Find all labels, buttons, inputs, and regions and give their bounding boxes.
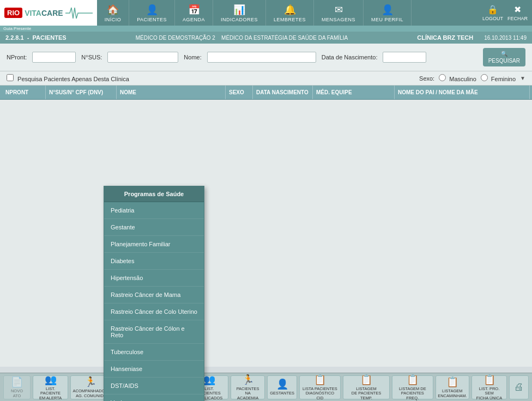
dropdown-item-hanseniase[interactable]: Hanseniase [104,361,204,378]
acompanhados-label: ACOMPANHADOSAG. COMUNID. [72,389,107,398]
programas-saude-dropdown[interactable]: Programas de Saúde Pediatria Gestante Pl… [104,186,204,401]
pesquisar-label: PESQUISAR [488,58,520,64]
dropdown-arrow-icon: ▼ [520,75,525,81]
dropdown-item-dst-aids[interactable]: DST/AIDS [104,378,204,394]
fechar-button[interactable]: ✖ FECHAR [507,4,528,21]
dropdown-item-gestante[interactable]: Gestante [104,219,204,236]
nav-meu-perfil-label: MEU PERFIL [371,17,403,22]
gestantes-icon: 👤 [276,378,288,390]
th-nsus: N°SUS/N° CPF (DNV) [46,86,117,99]
th-nome: Nome [117,86,226,99]
th-nasc: Data Nascimento [253,86,313,99]
filter-row: Pesquisa Pacientes Apenas Desta Clínica … [0,71,532,86]
pesquisar-icon: 🔍 [501,51,507,57]
mensagens-icon: ✉ [332,4,345,16]
acompanhados-icon: 🏃 [84,376,96,388]
search-row: NPront: N°SUS: Nome: Data de Nascimento:… [0,44,532,71]
listagem-pacientes-temp-button[interactable]: 📋 LISTAGEMDE PACIENTES TEMP. [343,375,390,399]
listagem-pacientes-freq-label: LISTAGEM DEPACIENTES FREQ. [395,387,430,400]
nav-right: 🔒 LOGOUT ✖ FECHAR [478,0,532,26]
nav-mensagens-label: MENSAGENS [322,17,355,22]
doctor-info: MÉDICO DE DEMOSTRAÇÃO 2 MÉDICO DA ESTRAT… [77,35,407,41]
guia-bar: Guia Presente [0,26,532,32]
dropdown-item-vacinas[interactable]: Vacinas [104,394,204,401]
listagem-encaminham-button[interactable]: 📋 LISTAGEMENCAMINHAM. [436,375,470,399]
nasc-label: Data de Nascimento: [322,54,378,60]
nav-mensagens[interactable]: ✉ MENSAGENS [314,0,364,26]
inicio-icon: 🏠 [106,4,119,16]
listagem-pacientes-temp-icon: 📋 [360,374,372,386]
logout-button[interactable]: 🔒 LOGOUT [482,4,503,21]
print-icon: 🖨 [514,381,524,393]
listagem-pacientes-freq-button[interactable]: 📋 LISTAGEM DEPACIENTES FREQ. [392,375,433,399]
listagem-pacientes-temp-label: LISTAGEMDE PACIENTES TEMP. [346,387,386,400]
nav-inicio[interactable]: 🏠 INÍCIO [97,0,130,26]
gestantes-button[interactable]: 👤 GESTANTES [267,375,297,399]
logo-area: RIO VITACARE [0,0,97,26]
list-pro-sem-button[interactable]: 📋 LIST. PRO. SEMFICHA ÚNICA [471,375,507,399]
list-paciente-alerta-button[interactable]: 👥 LIST. PACIENTEEM ALERTA [33,375,68,399]
logout-icon: 🔒 [487,4,498,15]
nsus-input[interactable] [107,52,178,63]
th-npront: NPront [2,86,46,99]
nav-meu-perfil[interactable]: 👤 MEU PERFIL [364,0,412,26]
top-navigation: RIO VITACARE 🏠 INÍCIO 👤 PACIENTES 📅 AGEN… [0,0,532,26]
th-med: Méd. Equipe [313,86,395,99]
meu-perfil-icon: 👤 [381,4,394,16]
list-pro-sem-label: LIST. PRO. SEMFICHA ÚNICA [475,387,504,400]
npront-input[interactable] [32,52,76,63]
listagem-pacientes-freq-icon: 📋 [407,374,419,386]
nav-lembretes[interactable]: 🔔 LEMBRETES [266,0,314,26]
fechar-label: FECHAR [507,16,528,21]
print-button[interactable]: 🖨 [509,375,529,399]
masculino-radio-label[interactable]: Masculino [439,74,476,82]
dropdown-item-hipertensao[interactable]: Hipertensão [104,270,204,287]
lista-pacientes-diag-label: LISTA PACIENTESDIAGNÓSTICO CID [303,387,337,400]
main-content: Programas de Saúde Pediatria Gestante Pl… [0,100,532,367]
dropdown-item-diabetes[interactable]: Diabetes [104,253,204,270]
dropdown-item-pediatria[interactable]: Pediatria [104,202,204,219]
sexo-label: Sexo: [419,75,434,82]
lista-pacientes-diag-icon: 📋 [314,374,326,386]
list-paciente-alerta-icon: 👥 [45,374,57,386]
nav-agenda[interactable]: 📅 AGENDA [175,0,213,26]
nome-label: Nome: [184,54,201,60]
dropdown-item-rastreio-colo[interactable]: Rastreio Câncer de Colo Uterino [104,303,204,320]
nav-items: 🏠 INÍCIO 👤 PACIENTES 📅 AGENDA 📊 INDICADO… [97,0,478,26]
clinic-label: CLÍNICA BRZ TECH [417,34,473,41]
dropdown-item-rastreio-mama[interactable]: Rastreio Câncer de Mama [104,287,204,303]
pacientes-icon: 👤 [146,4,159,16]
sexo-group: Sexo: Masculino Feminino ▼ [419,74,525,82]
dropdown-item-planejamento[interactable]: Planejamento Familiar [104,236,204,253]
apenas-clinica-checkbox-label[interactable]: Pesquisa Pacientes Apenas Desta Clínica [7,74,129,82]
nasc-input[interactable] [383,52,426,63]
dropdown-item-rastreio-colon[interactable]: Rastreio Câncer de Cólon e Reto [104,320,204,344]
version-label: 2.2.8.1 - PACIENTES [5,34,66,41]
nav-lembretes-label: LEMBRETES [274,17,306,22]
nav-pacientes[interactable]: 👤 PACIENTES [129,0,175,26]
listagem-encaminham-label: LISTAGEMENCAMINHAM. [438,389,467,398]
vitacare-logo: VITACARE [25,9,63,17]
nav-inicio-label: INÍCIO [105,17,122,22]
nav-indicadores[interactable]: 📊 INDICADORES [213,0,266,26]
nome-input[interactable] [207,52,316,63]
list-pacientes-dup-icon: 👥 [203,374,215,386]
apenas-clinica-checkbox[interactable] [7,74,14,81]
feminino-radio-label[interactable]: Feminino [481,74,516,82]
nav-pacientes-label: PACIENTES [137,17,167,22]
listagem-encaminham-icon: 📋 [446,376,458,388]
nsus-label: N°SUS: [81,54,102,60]
nav-indicadores-label: INDICADORES [221,17,258,22]
guia-text: Guia Presente [3,26,31,31]
pacientes-academia-icon: 🏃 [242,374,254,386]
pesquisar-button[interactable]: 🔍 PESQUISAR [483,48,525,66]
lista-pacientes-diag-button[interactable]: 📋 LISTA PACIENTESDIAGNÓSTICO CID [299,375,341,399]
table-header: NPront N°SUS/N° CPF (DNV) Nome Sexo Data… [0,86,532,100]
masculino-radio[interactable] [439,74,446,81]
list-paciente-alerta-label: LIST. PACIENTEEM ALERTA [36,387,65,400]
feminino-radio[interactable] [481,74,488,81]
dropdown-item-tuberculose[interactable]: Tuberculose [104,344,204,361]
pacientes-academia-button[interactable]: 🏃 PACIENTES NAACADEMIA [231,375,265,399]
fechar-icon: ✖ [514,4,521,15]
agenda-icon: 📅 [188,4,201,16]
